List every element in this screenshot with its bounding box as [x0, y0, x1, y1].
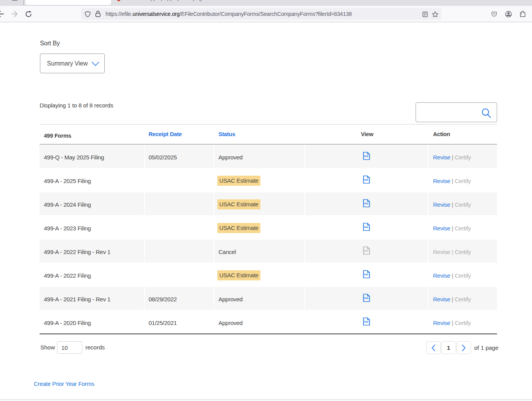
svg-text:PDF: PDF: [364, 274, 369, 276]
svg-text:PDF: PDF: [364, 203, 369, 205]
svg-text:PDF: PDF: [364, 250, 369, 252]
svg-text:PDF: PDF: [364, 179, 369, 181]
svg-text:PDF: PDF: [364, 226, 369, 229]
svg-text:PDF: PDF: [364, 297, 369, 300]
svg-text:PDF: PDF: [364, 156, 369, 158]
svg-text:PDF: PDF: [364, 321, 369, 323]
